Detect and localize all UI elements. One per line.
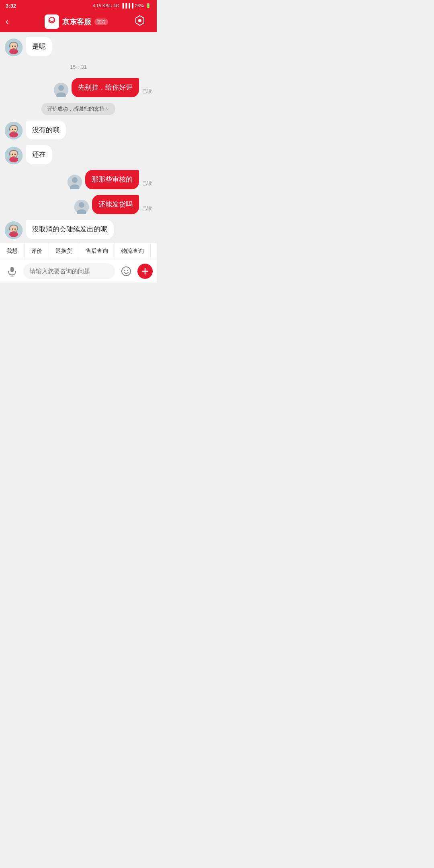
chat-header: ‹ 京东客服 官方 [0, 11, 157, 32]
svg-point-12 [14, 45, 16, 47]
svg-rect-33 [17, 154, 18, 156]
cs-avatar [5, 122, 23, 139]
svg-point-43 [9, 231, 18, 237]
svg-rect-24 [9, 129, 10, 131]
svg-point-34 [14, 157, 15, 158]
svg-point-10 [9, 49, 18, 54]
svg-point-29 [9, 157, 18, 162]
svg-rect-46 [9, 228, 10, 230]
cs-avatar [5, 221, 23, 239]
message-row-sent: 已读 那那些审核的 [5, 170, 152, 189]
svg-rect-3 [53, 20, 55, 22]
svg-point-26 [14, 132, 15, 133]
network-type: 4G [113, 3, 119, 8]
svg-point-36 [72, 177, 78, 183]
svg-point-7 [138, 19, 141, 22]
header-title: 京东客服 [62, 17, 91, 27]
message-bubble: 还在 [26, 145, 52, 164]
mic-button[interactable] [4, 263, 20, 279]
message-row-sent: 已读 先别挂，给你好评 [5, 78, 152, 97]
svg-rect-25 [17, 129, 18, 131]
svg-point-17 [58, 85, 64, 91]
svg-point-30 [12, 154, 13, 155]
svg-rect-2 [49, 20, 50, 22]
svg-point-48 [14, 231, 15, 232]
svg-point-15 [14, 48, 15, 49]
svg-point-5 [53, 20, 53, 20]
svg-point-11 [12, 45, 13, 47]
user-avatar [68, 175, 82, 189]
quick-reply-2[interactable]: 退换货 [49, 243, 79, 260]
message-bubble-sent: 还能发货吗 [92, 195, 139, 214]
header-title-wrap: 京东客服 官方 [12, 14, 140, 29]
svg-rect-47 [17, 228, 18, 230]
message-row: 没取消的会陆续发出的呢 [5, 220, 152, 239]
svg-rect-13 [9, 45, 10, 47]
read-label: 已读 [142, 180, 152, 187]
svg-rect-49 [10, 267, 14, 272]
svg-point-22 [12, 129, 13, 131]
user-avatar [74, 200, 89, 214]
svg-point-39 [79, 202, 84, 208]
quick-reply-3[interactable]: 售后查询 [79, 243, 115, 260]
message-bubble-sent: 先别挂，给你好评 [72, 78, 139, 97]
quick-reply-4[interactable]: 物流查询 [115, 243, 151, 260]
svg-point-44 [12, 228, 13, 230]
add-button[interactable] [137, 264, 153, 279]
message-bubble: 没有的哦 [26, 121, 66, 140]
message-input[interactable] [23, 263, 115, 279]
message-bubble: 没取消的会陆续发出的呢 [26, 220, 114, 239]
status-time: 3:32 [6, 3, 16, 9]
svg-rect-14 [17, 45, 18, 47]
official-badge: 官方 [94, 18, 108, 25]
settings-button[interactable] [134, 15, 145, 29]
back-button[interactable]: ‹ [6, 16, 8, 27]
battery-level: 26% [135, 3, 144, 8]
status-bar: 3:32 4.15 KB/s 4G ▐▐▐▐ 26% 🔋 [0, 0, 157, 11]
input-bar [0, 260, 157, 283]
svg-point-45 [14, 228, 16, 230]
read-label: 已读 [142, 205, 152, 212]
cs-logo [45, 14, 59, 29]
svg-point-31 [14, 154, 16, 155]
quick-replies-bar: 我想 评价 退换货 售后查询 物流查询 我退 [0, 242, 157, 260]
svg-point-4 [50, 20, 51, 20]
read-label: 已读 [142, 88, 152, 95]
svg-rect-32 [9, 154, 10, 156]
system-notice: 评价成功，感谢您的支持～ [41, 103, 115, 115]
status-right: 4.15 KB/s 4G ▐▐▐▐ 26% 🔋 [92, 3, 151, 8]
signal-icon: ▐▐▐▐ [121, 3, 133, 8]
message-row: 没有的哦 [5, 121, 152, 140]
svg-point-52 [122, 267, 131, 276]
cs-avatar [5, 147, 23, 164]
svg-point-21 [9, 132, 18, 137]
quick-reply-5[interactable]: 我退 [151, 243, 157, 260]
battery-icon: 🔋 [145, 3, 151, 8]
message-row: 还在 [5, 145, 152, 164]
svg-point-53 [124, 270, 125, 271]
timestamp: 15：31 [5, 62, 152, 72]
svg-point-54 [127, 270, 128, 271]
message-bubble-sent: 那那些审核的 [85, 170, 139, 189]
message-row: 是呢 [5, 37, 152, 56]
quick-reply-0[interactable]: 我想 [0, 243, 25, 260]
user-avatar [54, 83, 68, 97]
message-row-sent: 已读 还能发货吗 [5, 195, 152, 214]
chat-area: 是呢 15：31 已读 先别挂，给你好评 评价成功，感谢您的支持～ [0, 32, 157, 242]
network-speed: 4.15 KB/s [92, 3, 112, 8]
cs-avatar [5, 39, 23, 56]
quick-reply-1[interactable]: 评价 [25, 243, 49, 260]
emoji-button[interactable] [118, 263, 134, 279]
svg-point-23 [14, 129, 16, 131]
message-bubble: 是呢 [26, 37, 52, 56]
